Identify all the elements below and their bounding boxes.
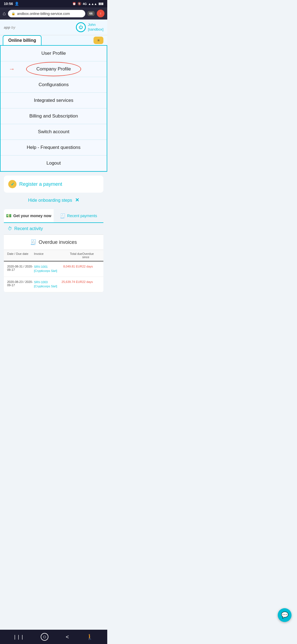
invoice-table: Date / Due date Invoice Total due Overdu… — [4, 250, 103, 292]
row2-date: 2020-08-23 / 2020-09-17 — [7, 280, 34, 287]
recent-activity-icon: ⏱ — [8, 226, 12, 231]
network-icon: 4G — [83, 2, 87, 6]
dropdown-menu: User Profile → Company Profile Configura… — [0, 46, 107, 172]
menu-item-switch-account[interactable]: Switch account — [1, 124, 107, 140]
invoices-title-text: Overdue invoices — [38, 239, 77, 245]
menu-item-company-profile[interactable]: → Company Profile — [1, 61, 107, 77]
menu-item-integrated-services[interactable]: Integrated services — [1, 93, 107, 108]
col-total-due: Total due — [61, 252, 82, 259]
company-profile-arrow: → — [9, 66, 15, 73]
invoices-section: 🧾 Overdue invoices Date / Due date Invoi… — [4, 235, 103, 292]
row1-overdue: 22 days — [82, 265, 100, 268]
menu-item-help[interactable]: Help - Frequent questions — [1, 140, 107, 155]
hide-onboarding-label: Hide onboarding steps — [28, 198, 72, 203]
browser-tabs-count[interactable]: 66 — [87, 11, 95, 16]
col-overdue-since: Overdue since — [82, 252, 100, 259]
row1-invoice: SRV-1001 [Crypticorps Sàrl] — [34, 265, 61, 273]
register-payment-label: Register a payment — [19, 181, 62, 187]
browser-upload-icon[interactable]: ↑ — [97, 10, 105, 17]
browser-bar: ⌂ 🔒 andbox.online-billing-service.com 66… — [0, 7, 107, 20]
tab-recent-payments[interactable]: 🧾 Recent payments — [54, 209, 103, 222]
invoices-icon: 🧾 — [30, 239, 36, 245]
app-logo: app by — [4, 25, 15, 29]
person-status-icon: 👤 — [15, 2, 19, 6]
browser-home-icon[interactable]: ⌂ — [3, 11, 6, 17]
register-payment-section[interactable]: ✓ Register a payment — [4, 176, 103, 193]
status-time: 10:56 — [4, 2, 13, 6]
main-content: ✓ Register a payment Hide onboarding ste… — [0, 172, 107, 296]
recent-activity-bar[interactable]: ⏱ Recent activity — [4, 223, 103, 235]
status-bar: 10:56 👤 ⏰ 🔇 4G ▲▲▲ ▮▮▮ — [0, 0, 107, 7]
tabs-container: 💵 Get your money now 🧾 Recent payments — [4, 209, 103, 223]
signal-icon: ▲▲▲ — [88, 2, 97, 6]
table-row[interactable]: 2020-08-31 / 2020-09-17 SRV-1001 [Crypti… — [4, 261, 103, 277]
app-title-tab: Online billing — [3, 35, 42, 45]
battery-icon: ▮▮▮ — [98, 2, 103, 6]
menu-item-logout[interactable]: Logout — [1, 155, 107, 171]
user-area[interactable]: ⏻ John [sandbox] — [76, 22, 103, 32]
table-row[interactable]: 2020-08-23 / 2020-09-17 SRV-1003 [Crypti… — [4, 277, 103, 292]
menu-item-user-profile[interactable]: User Profile — [1, 46, 107, 61]
tab-get-money[interactable]: 💵 Get your money now — [4, 209, 54, 223]
power-button[interactable]: ⏻ — [76, 22, 86, 32]
check-icon: ✓ — [8, 180, 16, 188]
hide-onboarding[interactable]: Hide onboarding steps ✕ — [4, 195, 103, 205]
app-title-bar: Online billing ≡ — [0, 35, 107, 46]
row2-amount: 25,639.74 EUR — [61, 280, 82, 283]
invoice-table-header: Date / Due date Invoice Total due Overdu… — [4, 250, 103, 261]
highlight-oval — [26, 62, 81, 76]
browser-url-bar[interactable]: 🔒 andbox.online-billing-service.com — [8, 10, 85, 17]
browser-url: andbox.online-billing-service.com — [17, 12, 70, 16]
user-name: John [sandbox] — [88, 23, 103, 32]
invoices-title: 🧾 Overdue invoices — [4, 235, 103, 250]
menu-icon-button[interactable]: ≡ — [94, 37, 103, 44]
status-icons: ⏰ 🔇 4G ▲▲▲ ▮▮▮ — [72, 2, 103, 6]
row1-amount: 8,049.81 EUR — [61, 265, 82, 268]
recent-payments-icon: 🧾 — [60, 213, 65, 219]
mute-icon: 🔇 — [78, 2, 81, 6]
menu-item-configurations[interactable]: Configurations — [1, 77, 107, 93]
tab-recent-payments-label: Recent payments — [67, 214, 97, 218]
row2-invoice: SRV-1003 [Crypticorps Sàrl] — [34, 280, 61, 289]
col-date: Date / Due date — [7, 252, 34, 259]
alarm-icon: ⏰ — [72, 2, 76, 6]
close-onboarding-icon[interactable]: ✕ — [75, 197, 79, 203]
app-header: app by ⏻ John [sandbox] — [0, 20, 107, 35]
menu-item-billing-subscription[interactable]: Billing and Subscription — [1, 108, 107, 124]
row1-date: 2020-08-31 / 2020-09-17 — [7, 265, 34, 271]
col-invoice: Invoice — [34, 252, 61, 259]
tab-get-money-label: Get your money now — [13, 214, 51, 218]
lock-icon: 🔒 — [11, 12, 15, 15]
row2-overdue: 22 days — [82, 280, 100, 283]
recent-activity-label: Recent activity — [14, 226, 43, 231]
get-money-icon: 💵 — [6, 213, 12, 218]
